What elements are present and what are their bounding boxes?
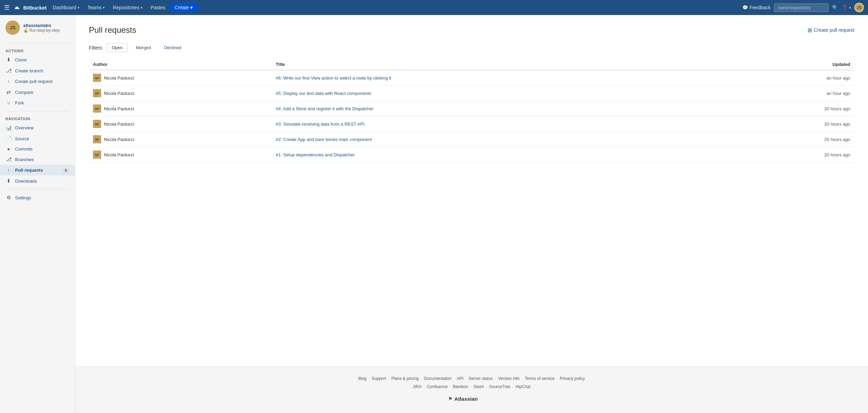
svg-text:NP: NP [95,92,99,95]
footer-link[interactable]: Privacy policy [558,376,587,381]
footer-links: Blog·Support·Plans & pricing·Documentati… [89,376,854,381]
svg-text:⚑: ⚑ [448,396,452,402]
author-cell: NP Nicola Paolucci [89,101,272,116]
feedback-button[interactable]: 💬 Feedback [742,5,771,10]
sidebar-item-overview[interactable]: 📊 Overview [0,122,75,133]
pull-requests-icon: ↑ [5,167,12,173]
filter-declined[interactable]: Declined [159,43,186,52]
author-cell: NP Nicola Paolucci [89,86,272,101]
author-cell: NP Nicola Paolucci [89,70,272,86]
sidebar-item-commits[interactable]: ● Commits [0,144,75,154]
pr-title-cell: #2: Create App and bare bones main compo… [272,132,728,147]
sidebar-item-compare[interactable]: ⇄ Compare [0,87,75,98]
footer-link2[interactable]: Stash [471,384,486,389]
navbar-nav: Dashboard ▾ Teams ▾ Repositories ▾ Paste… [49,0,198,15]
feedback-icon: 💬 [742,5,748,10]
sidebar-item-clone[interactable]: ⬇ Clone [0,54,75,65]
pr-title-cell: #1: Setup dependencies and Dispatcher [272,147,728,162]
footer-links2: JIRA·Confluence·Bamboo·Stash·SourceTree·… [89,384,854,389]
pr-title-cell: #6: Write our first View action to selec… [272,70,728,86]
chevron-down-icon: ▾ [849,6,851,10]
svg-text:NP: NP [95,123,99,126]
compare-icon: ⇄ [5,89,12,95]
filter-open[interactable]: Open [107,43,128,52]
sidebar-nav-title: NAVIGATION [0,114,75,122]
pull-requests-table: Author Title Updated NP Nicola Paolucci … [89,59,854,162]
footer-link2[interactable]: Confluence [425,384,450,389]
pr-title-cell: #3: Simulate receiving data from a REST … [272,116,728,132]
footer-link[interactable]: Support [370,376,388,381]
footer-link2[interactable]: HipChat [514,384,532,389]
branch-icon: ⎇ [5,68,12,74]
sidebar-item-label: Source [15,136,69,141]
footer-link[interactable]: Blog [356,376,368,381]
help-icon: ❓ [841,4,848,11]
sidebar-actions-title: ACTIONS [0,46,75,54]
search-icon[interactable]: 🔍 [832,5,838,10]
author-name: Nicola Paolucci [104,106,134,111]
author-name: Nicola Paolucci [104,122,134,127]
sidebar-item-settings[interactable]: ⚙ Settings [0,192,75,203]
nav-item-teams[interactable]: Teams ▾ [83,0,109,15]
chevron-down-icon: ▾ [78,6,79,10]
sidebar-username[interactable]: atlassianlabs [23,23,60,28]
sidebar-item-source[interactable]: 📄 Source [0,133,75,144]
author-name: Nicola Paolucci [104,75,134,81]
sidebar-item-downloads[interactable]: ⬇ Downloads [0,175,75,186]
hamburger-icon[interactable]: ☰ [4,4,10,11]
footer-link[interactable]: Server status [466,376,495,381]
author-name: Nicola Paolucci [104,137,134,142]
pr-link[interactable]: #3: Simulate receiving data from a REST … [276,122,364,127]
pr-link[interactable]: #1: Setup dependencies and Dispatcher [276,152,355,157]
logo-text: Bitbucket [23,5,46,11]
updated-cell: an hour ago [728,86,854,101]
svg-text:NP: NP [95,138,99,141]
main-wrapper: Pull requests ⊞ Create pull request Filt… [75,15,868,413]
fork-icon: ⑂ [5,100,12,106]
nav-item-pastes[interactable]: Pastes [147,0,169,15]
svg-text:NP: NP [95,76,99,80]
pr-link[interactable]: #2: Create App and bare bones main compo… [276,137,371,142]
navbar-logo[interactable]: Bitbucket [13,3,46,12]
footer-link2[interactable]: SourceTree [487,384,512,389]
table-row: NP Nicola Paolucci #6: Write our first V… [89,70,854,86]
filters-label: Filters: [89,45,103,51]
footer: Blog·Support·Plans & pricing·Documentati… [75,366,868,413]
sidebar-item-branches[interactable]: ⎇ Branches [0,154,75,165]
sidebar-repo: 🔒 flux-step-by-step [23,28,60,33]
nav-item-repositories[interactable]: Repositories ▾ [109,0,147,15]
create-pull-request-button[interactable]: ⊞ Create pull request [808,27,854,33]
footer-link[interactable]: Plans & pricing [389,376,421,381]
pr-link[interactable]: #4: Add a Store and register it with the… [276,106,374,111]
overview-icon: 📊 [5,125,12,131]
sidebar-item-create-pull-request-action[interactable]: ↑ Create pull request [0,76,75,87]
sidebar-item-label: Settings [15,195,69,200]
filter-merged[interactable]: Merged [131,43,156,52]
avatar[interactable]: JS [854,3,864,12]
footer-link[interactable]: API [455,376,465,381]
author-avatar: NP [93,74,101,82]
navbar-right: 💬 Feedback 🔍 ❓ ▾ JS [742,3,864,12]
footer-link[interactable]: Terms of service [523,376,556,381]
pr-title-cell: #4: Add a Store and register it with the… [272,101,728,116]
table-row: NP Nicola Paolucci #5: Display our test … [89,86,854,101]
footer-link2[interactable]: JIRA [411,384,424,389]
sidebar-item-label: Create pull request [15,79,69,84]
nav-item-dashboard[interactable]: Dashboard ▾ [49,0,83,15]
sidebar-item-create-branch[interactable]: ⎇ Create branch [0,65,75,76]
sidebar-item-pull-requests[interactable]: ↑ Pull requests 6 [0,165,75,175]
sidebar-divider [5,43,69,43]
pr-link[interactable]: #5: Display our test data with React com… [276,91,371,96]
footer-link2[interactable]: Bamboo [451,384,470,389]
chevron-down-icon: ▾ [103,6,105,10]
chevron-down-icon: ▾ [190,5,193,10]
footer-link[interactable]: Version info [496,376,521,381]
pr-link[interactable]: #6: Write our first View action to selec… [276,75,391,81]
author-avatar: NP [93,135,101,143]
footer-link[interactable]: Documentation [422,376,454,381]
sidebar-item-fork[interactable]: ⑂ Fork [0,98,75,108]
help-button[interactable]: ❓ ▾ [841,4,851,11]
create-button[interactable]: Create ▾ [169,3,198,12]
svg-text:Atlassian: Atlassian [455,396,478,402]
search-input[interactable] [774,3,829,12]
